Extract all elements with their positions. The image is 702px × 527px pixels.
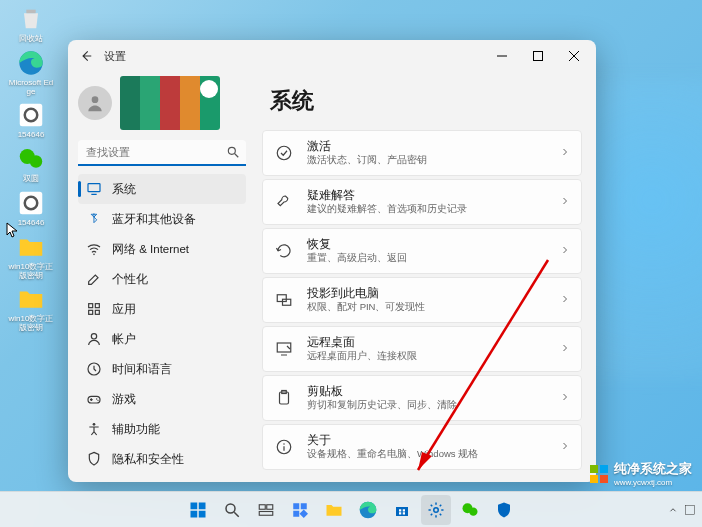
search-wrap — [78, 140, 246, 166]
svg-point-14 — [93, 254, 95, 256]
taskbar-shield[interactable] — [489, 495, 519, 525]
sidebar-item-account[interactable]: 帐户 — [78, 324, 246, 354]
svg-rect-16 — [95, 304, 99, 308]
svg-point-19 — [91, 334, 96, 339]
taskbar-start[interactable] — [183, 495, 213, 525]
titlebar[interactable]: 设置 — [68, 40, 596, 72]
maximize-button[interactable] — [520, 40, 556, 72]
wifi-icon — [86, 241, 102, 257]
back-button[interactable] — [72, 42, 100, 70]
wechat-icon — [460, 500, 480, 520]
maximize-icon — [533, 51, 543, 61]
svg-point-10 — [228, 147, 235, 154]
time-icon — [86, 361, 102, 377]
desktop-icon-folder[interactable]: win10数字正版密钥 — [6, 284, 56, 333]
taskbar-store[interactable] — [387, 495, 417, 525]
svg-rect-43 — [267, 504, 273, 509]
svg-rect-18 — [95, 310, 99, 314]
settings-card-clipboard[interactable]: 剪贴板剪切和复制历史记录、同步、清除 — [262, 375, 582, 421]
sidebar-item-gaming[interactable]: 游戏 — [78, 384, 246, 414]
chevron-right-icon — [559, 242, 571, 260]
sidebar-item-display[interactable]: 系统 — [78, 174, 246, 204]
settings-card-about[interactable]: 关于设备规格、重命名电脑、Windows 规格 — [262, 424, 582, 470]
ime-icon[interactable] — [684, 504, 696, 516]
sidebar-item-time[interactable]: 时间和语言 — [78, 354, 246, 384]
taskbar-search[interactable] — [217, 495, 247, 525]
desktop-icon-file[interactable]: 154646 — [6, 188, 56, 228]
settings-window: 设置 系统蓝牙和其他设备网络 & Internet个性化应 — [68, 40, 596, 482]
sidebar-item-label: 蓝牙和其他设备 — [112, 212, 196, 227]
watermark: 纯净系统之家 www.ycwxtj.com — [590, 460, 692, 487]
svg-line-11 — [235, 154, 239, 158]
desktop-icon-folder[interactable]: win10数字正版密钥 — [6, 232, 56, 281]
sidebar-item-label: 游戏 — [112, 392, 136, 407]
chevron-up-icon[interactable] — [668, 505, 678, 515]
svg-rect-5 — [20, 192, 43, 215]
svg-rect-15 — [89, 304, 93, 308]
settings-card-remote[interactable]: 远程桌面远程桌面用户、连接权限 — [262, 326, 582, 372]
about-icon — [275, 438, 293, 456]
close-button[interactable] — [556, 40, 592, 72]
settings-card-troubleshoot[interactable]: 疑难解答建议的疑难解答、首选项和历史记录 — [262, 179, 582, 225]
card-subtitle: 权限、配对 PIN、可发现性 — [307, 301, 559, 314]
card-subtitle: 远程桌面用户、连接权限 — [307, 350, 559, 363]
settings-card-project[interactable]: 投影到此电脑权限、配对 PIN、可发现性 — [262, 277, 582, 323]
nav-list: 系统蓝牙和其他设备网络 & Internet个性化应用帐户时间和语言游戏辅助功能… — [78, 174, 246, 482]
sidebar-item-label: 隐私和安全性 — [112, 452, 184, 467]
sidebar-item-bluetooth[interactable]: 蓝牙和其他设备 — [78, 204, 246, 234]
desktop-icon-edge[interactable]: Microsoft Edge — [6, 48, 56, 97]
desktop-icon-file[interactable]: 154646 — [6, 100, 56, 140]
sidebar-item-personalize[interactable]: 个性化 — [78, 264, 246, 294]
svg-point-25 — [277, 146, 291, 160]
svg-point-23 — [97, 400, 98, 401]
windows-icon — [189, 501, 207, 519]
svg-rect-44 — [259, 511, 273, 515]
settings-card-recovery[interactable]: 恢复重置、高级启动、返回 — [262, 228, 582, 274]
sidebar-item-accessibility[interactable]: 辅助功能 — [78, 414, 246, 444]
taskbar-settings[interactable] — [421, 495, 451, 525]
watermark-logo-icon — [590, 465, 608, 483]
svg-rect-12 — [88, 184, 100, 192]
gear-icon — [16, 188, 46, 218]
sidebar-item-label: 网络 & Internet — [112, 242, 189, 257]
desktop-icon-wechat[interactable]: 双圆 — [6, 144, 56, 184]
svg-rect-36 — [191, 502, 198, 509]
taskbar-explorer[interactable] — [319, 495, 349, 525]
taskbar-widgets[interactable] — [285, 495, 315, 525]
desktop-icons: 回收站 Microsoft Edge 154646 双圆 154646 win1… — [6, 4, 56, 333]
settings-card-activation[interactable]: 激活激活状态、订阅、产品密钥 — [262, 130, 582, 176]
card-title: 疑难解答 — [307, 188, 559, 203]
taskbar-taskview[interactable] — [251, 495, 281, 525]
project-icon — [275, 291, 293, 309]
clipboard-icon — [275, 389, 293, 407]
page-title: 系统 — [270, 86, 582, 116]
desktop-icon-label: Microsoft Edge — [7, 79, 55, 97]
desktop-icon-recycle[interactable]: 回收站 — [6, 4, 56, 44]
sidebar: 系统蓝牙和其他设备网络 & Internet个性化应用帐户时间和语言游戏辅助功能… — [68, 72, 256, 482]
sidebar-item-label: 时间和语言 — [112, 362, 172, 377]
user-section[interactable] — [78, 76, 246, 130]
account-icon — [86, 331, 102, 347]
taskbar-wechat[interactable] — [455, 495, 485, 525]
card-subtitle: 设备规格、重命名电脑、Windows 规格 — [307, 448, 559, 461]
taskbar[interactable] — [0, 491, 702, 527]
minimize-button[interactable] — [484, 40, 520, 72]
svg-point-50 — [434, 507, 439, 512]
taskbar-edge[interactable] — [353, 495, 383, 525]
system-tray[interactable] — [668, 504, 696, 516]
sidebar-item-update[interactable]: Windows 更新 — [78, 474, 246, 482]
sidebar-item-wifi[interactable]: 网络 & Internet — [78, 234, 246, 264]
settings-body: 系统蓝牙和其他设备网络 & Internet个性化应用帐户时间和语言游戏辅助功能… — [68, 72, 596, 482]
edge-icon — [358, 500, 378, 520]
svg-point-32 — [283, 443, 285, 445]
search-input[interactable] — [78, 140, 246, 166]
svg-point-4 — [30, 155, 43, 168]
svg-line-41 — [234, 512, 239, 517]
chevron-right-icon — [559, 438, 571, 456]
sidebar-item-privacy[interactable]: 隐私和安全性 — [78, 444, 246, 474]
sidebar-item-apps[interactable]: 应用 — [78, 294, 246, 324]
card-title: 关于 — [307, 433, 559, 448]
gear-icon — [16, 100, 46, 130]
card-title: 远程桌面 — [307, 335, 559, 350]
svg-rect-46 — [301, 503, 307, 509]
